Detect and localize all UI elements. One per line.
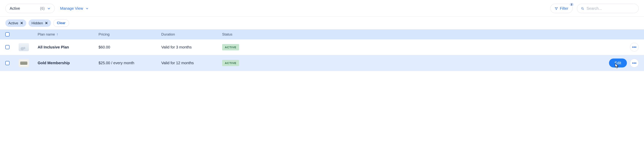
filter-label: Filter xyxy=(560,6,568,11)
search-input[interactable] xyxy=(586,6,635,11)
filter-chip-label: Hidden xyxy=(32,21,43,25)
filter-button[interactable]: Filter 2 xyxy=(550,4,573,13)
plan-thumbnail xyxy=(19,59,29,67)
chevron-down-icon xyxy=(86,7,88,10)
manage-view-button[interactable]: Manage View xyxy=(59,4,90,12)
plan-name: All Inclusive Plan xyxy=(38,45,98,49)
plan-duration: Valid for 12 months xyxy=(161,61,222,65)
filter-chip-hidden[interactable]: Hidden ✕ xyxy=(28,19,51,27)
remove-chip-icon[interactable]: ✕ xyxy=(20,21,23,25)
plan-pricing: $60.00 xyxy=(98,45,161,49)
more-icon: ••• xyxy=(632,61,636,66)
clear-filters-button[interactable]: Clear xyxy=(53,19,69,27)
status-badge: ACTIVE xyxy=(222,60,239,66)
column-duration[interactable]: Duration xyxy=(161,32,222,36)
svg-point-0 xyxy=(582,7,583,9)
filter-chip-label: Active xyxy=(8,21,18,25)
filter-chips-row: Active ✕ Hidden ✕ Clear xyxy=(0,17,644,29)
plan-thumbnail xyxy=(19,43,29,51)
more-icon: ••• xyxy=(632,45,636,50)
row-checkbox[interactable] xyxy=(5,61,10,65)
row-more-button[interactable]: ••• xyxy=(630,43,639,51)
edit-button[interactable]: Edit xyxy=(609,58,627,67)
plan-duration: Valid for 3 months xyxy=(161,45,222,49)
filter-count-badge: 2 xyxy=(569,2,574,6)
filter-chip-active[interactable]: Active ✕ xyxy=(5,19,26,27)
view-selector-label: Active xyxy=(10,6,38,11)
view-selector-count: (6) xyxy=(40,6,45,11)
table-row[interactable]: Gold Membership $25.00 / every month Val… xyxy=(0,55,644,71)
table-header: Plan name ↑ Pricing Duration Status xyxy=(0,29,644,39)
plan-name: Gold Membership xyxy=(38,61,98,65)
status-badge: ACTIVE xyxy=(222,44,239,50)
column-pricing[interactable]: Pricing xyxy=(98,32,161,36)
row-more-button[interactable]: ••• xyxy=(630,59,639,67)
select-all-checkbox[interactable] xyxy=(5,32,10,36)
view-selector[interactable]: Active (6) xyxy=(5,4,55,13)
column-status[interactable]: Status xyxy=(222,32,270,36)
row-checkbox[interactable] xyxy=(5,45,10,49)
plan-pricing: $25.00 / every month xyxy=(98,61,161,65)
chevron-down-icon xyxy=(47,7,50,10)
column-plan-name[interactable]: Plan name ↑ xyxy=(38,32,98,36)
toolbar: Active (6) Manage View Filter 2 xyxy=(0,0,644,17)
table-row[interactable]: All Inclusive Plan $60.00 Valid for 3 mo… xyxy=(0,39,644,55)
search-field-wrap[interactable] xyxy=(577,4,639,13)
filter-icon xyxy=(554,7,558,10)
sort-asc-icon: ↑ xyxy=(56,32,58,36)
remove-chip-icon[interactable]: ✕ xyxy=(45,21,48,25)
manage-view-label: Manage View xyxy=(60,6,83,11)
search-icon xyxy=(581,7,584,10)
clear-label: Clear xyxy=(57,21,66,25)
plans-table: Plan name ↑ Pricing Duration Status All … xyxy=(0,29,644,71)
